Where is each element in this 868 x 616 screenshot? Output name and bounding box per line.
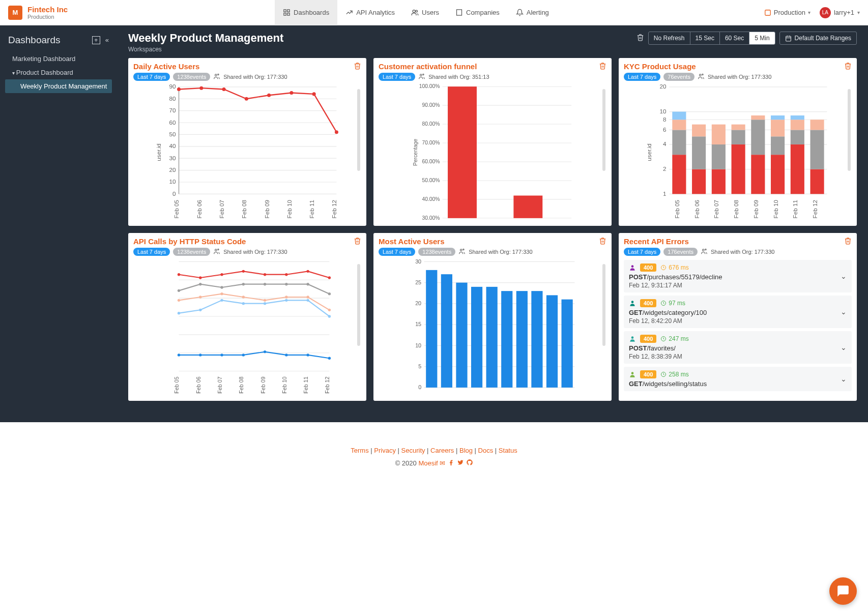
refresh-option[interactable]: No Refresh bbox=[649, 32, 690, 44]
card-title[interactable]: Daily Active Users bbox=[133, 62, 361, 71]
sidebar-item[interactable]: Weekly Product Management bbox=[5, 79, 112, 93]
card-title[interactable]: Customer activation funnel bbox=[379, 62, 606, 71]
delete-dashboard-icon[interactable] bbox=[636, 34, 644, 43]
error-item[interactable]: 400 676 ms POST/purchases/55179/decline … bbox=[624, 260, 852, 292]
svg-point-154 bbox=[178, 299, 180, 302]
error-item[interactable]: 400 97 ms GET/widgets/category/100 Feb 1… bbox=[624, 296, 852, 328]
svg-text:Feb 05: Feb 05 bbox=[173, 200, 180, 219]
svg-point-141 bbox=[242, 270, 245, 273]
chart-body: 400 676 ms POST/purchases/55179/decline … bbox=[624, 260, 852, 396]
svg-text:40.00%: 40.00% bbox=[422, 196, 440, 202]
expand-icon[interactable]: ⌄ bbox=[841, 375, 847, 383]
svg-point-158 bbox=[264, 299, 266, 302]
top-nav: DashboardsAPI AnalyticsUsersCompaniesAle… bbox=[275, 0, 557, 25]
svg-point-163 bbox=[199, 309, 201, 311]
svg-point-176 bbox=[306, 354, 309, 356]
analytics-icon bbox=[345, 9, 353, 16]
nav-users[interactable]: Users bbox=[403, 0, 447, 25]
nav-companies[interactable]: Companies bbox=[447, 0, 508, 25]
svg-text:Feb 09: Feb 09 bbox=[264, 200, 270, 218]
sidebar-item[interactable]: Product Dashboard bbox=[5, 66, 112, 79]
shared-with: Shared with Org: 177:330 bbox=[223, 249, 287, 255]
svg-text:2: 2 bbox=[663, 165, 667, 172]
delete-card-icon[interactable] bbox=[844, 237, 852, 246]
svg-text:80.00%: 80.00% bbox=[422, 121, 440, 127]
events-chip: 1238events bbox=[173, 73, 210, 81]
svg-point-144 bbox=[306, 270, 309, 273]
svg-point-146 bbox=[178, 289, 180, 292]
svg-point-156 bbox=[220, 292, 223, 295]
svg-text:6: 6 bbox=[663, 126, 667, 133]
facebook-icon[interactable] bbox=[448, 459, 454, 465]
svg-rect-107 bbox=[732, 130, 745, 144]
card-title[interactable]: Most Active Users bbox=[379, 237, 606, 246]
expand-icon[interactable]: ⌄ bbox=[841, 308, 847, 316]
svg-text:Feb 06: Feb 06 bbox=[195, 376, 201, 393]
brand-env: Production bbox=[27, 14, 68, 20]
footer-link[interactable]: Blog bbox=[459, 447, 473, 454]
nav-label: API Analytics bbox=[356, 9, 395, 16]
card-title[interactable]: API Calls by HTTP Status Code bbox=[133, 237, 361, 246]
card-title[interactable]: KYC Product Usage bbox=[624, 62, 852, 71]
card-meta: Last 7 days1238eventsShared with Org: 17… bbox=[133, 248, 361, 256]
error-item[interactable]: 400 258 ms GET/widgets/selling/status ⌄ bbox=[624, 367, 852, 391]
svg-text:0: 0 bbox=[172, 190, 176, 197]
svg-rect-93 bbox=[672, 155, 686, 194]
refresh-option[interactable]: 60 Sec bbox=[720, 32, 749, 44]
date-range-button[interactable]: Default Date Ranges bbox=[779, 32, 857, 45]
svg-point-149 bbox=[242, 283, 245, 285]
user-menu[interactable]: LA larry+1 ▾ bbox=[820, 7, 860, 18]
scrollbar[interactable] bbox=[357, 264, 360, 346]
svg-point-4 bbox=[413, 10, 415, 13]
svg-rect-1 bbox=[287, 10, 290, 12]
footer-link[interactable]: Security bbox=[401, 447, 425, 454]
mail-icon[interactable]: ✉ bbox=[440, 459, 445, 467]
footer-link[interactable]: Docs bbox=[478, 447, 494, 454]
nav-api-analytics[interactable]: API Analytics bbox=[337, 0, 403, 25]
delete-card-icon[interactable] bbox=[599, 62, 606, 71]
svg-point-52 bbox=[290, 91, 293, 95]
twitter-icon[interactable] bbox=[457, 459, 464, 465]
delete-card-icon[interactable] bbox=[599, 237, 606, 246]
share-icon bbox=[213, 73, 220, 81]
footer-link[interactable]: Status bbox=[499, 447, 517, 454]
footer-brand-link[interactable]: Moesif bbox=[418, 459, 438, 467]
scrollbar[interactable] bbox=[357, 89, 360, 171]
refresh-option[interactable]: 5 Min bbox=[749, 32, 774, 44]
card-title[interactable]: Recent API Errors bbox=[624, 237, 852, 246]
delete-card-icon[interactable] bbox=[354, 62, 361, 71]
svg-point-220 bbox=[631, 372, 634, 374]
svg-text:30: 30 bbox=[415, 259, 421, 265]
footer-link[interactable]: Terms bbox=[351, 447, 368, 454]
svg-text:50: 50 bbox=[169, 131, 177, 137]
delete-card-icon[interactable] bbox=[844, 62, 852, 71]
sidebar-item[interactable]: Marketing Dashboard bbox=[5, 52, 112, 66]
avatar: LA bbox=[820, 7, 831, 18]
svg-point-218 bbox=[631, 336, 634, 339]
svg-text:90: 90 bbox=[169, 84, 177, 90]
svg-rect-75 bbox=[513, 195, 542, 218]
nav-alerting[interactable]: Alerting bbox=[508, 0, 557, 25]
collapse-sidebar-icon[interactable]: « bbox=[105, 36, 109, 44]
environment-selector[interactable]: Production ▾ bbox=[764, 9, 811, 16]
footer-link[interactable]: Privacy bbox=[374, 447, 396, 454]
expand-icon[interactable]: ⌄ bbox=[841, 343, 847, 351]
footer-link[interactable]: Careers bbox=[430, 447, 454, 454]
svg-rect-106 bbox=[732, 144, 745, 194]
svg-rect-115 bbox=[771, 136, 785, 155]
expand-icon[interactable]: ⌄ bbox=[841, 272, 847, 280]
footer: Terms | Privacy | Security | Careers | B… bbox=[0, 422, 868, 480]
brand[interactable]: M Fintech Inc Production bbox=[8, 5, 68, 20]
scrollbar[interactable] bbox=[848, 89, 851, 171]
svg-rect-203 bbox=[441, 274, 452, 388]
add-dashboard-icon[interactable]: + bbox=[92, 36, 100, 44]
nav-dashboards[interactable]: Dashboards bbox=[275, 0, 337, 25]
scrollbar[interactable] bbox=[602, 264, 605, 346]
scrollbar[interactable] bbox=[602, 89, 605, 171]
refresh-option[interactable]: 15 Sec bbox=[690, 32, 720, 44]
delete-card-icon[interactable] bbox=[354, 237, 361, 246]
error-item[interactable]: 400 247 ms POST/favorites/ Feb 12, 8:38:… bbox=[624, 331, 852, 364]
period-chip: Last 7 days bbox=[133, 248, 170, 256]
sidebar: Dashboards + « Marketing DashboardProduc… bbox=[0, 25, 117, 422]
github-icon[interactable] bbox=[467, 459, 473, 465]
